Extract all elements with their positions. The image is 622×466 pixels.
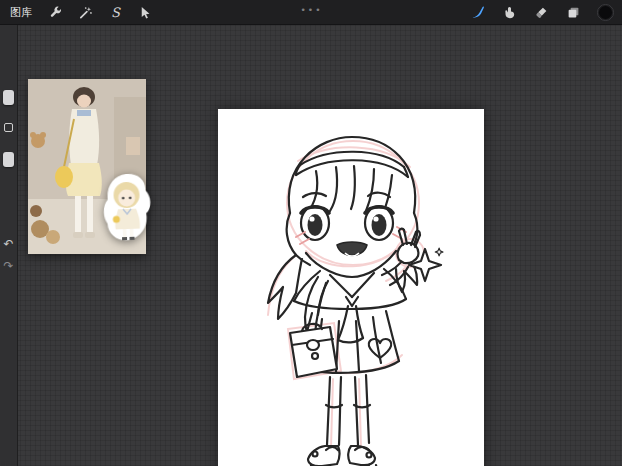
eraser-icon (534, 5, 549, 20)
topbar-left-tools: 图库 S (0, 4, 154, 21)
window-handle[interactable]: ••• (301, 6, 323, 15)
gallery-button[interactable]: 图库 (8, 5, 34, 20)
paint-button[interactable] (469, 4, 486, 21)
smudge-finger-icon (502, 5, 517, 20)
layers-icon (566, 5, 581, 20)
wrench-icon (48, 5, 63, 20)
smudge-button[interactable] (501, 4, 518, 21)
topbar-right-tools (469, 4, 622, 21)
redo-button[interactable]: ↷ (0, 260, 17, 272)
modify-button[interactable] (4, 123, 13, 132)
brush-sidebar: ↶ ↷ (0, 24, 18, 466)
brush-size-slider[interactable] (3, 90, 14, 105)
paint-brush-icon (470, 4, 486, 20)
color-swatch (597, 4, 614, 21)
color-button[interactable] (597, 4, 614, 21)
selection-button[interactable]: S (107, 4, 124, 21)
procreate-app: 图库 S (0, 0, 622, 466)
magic-wand-icon (78, 5, 93, 20)
undo-button[interactable]: ↶ (0, 238, 17, 250)
erase-button[interactable] (533, 4, 550, 21)
chibi-line-art (218, 109, 484, 466)
adjustments-button[interactable] (77, 4, 94, 21)
drawing-canvas[interactable] (218, 109, 484, 466)
workspace (0, 24, 622, 466)
transform-button[interactable] (137, 4, 154, 21)
reference-sticker[interactable] (98, 170, 157, 246)
opacity-slider[interactable] (3, 152, 14, 167)
actions-button[interactable] (47, 4, 64, 21)
transform-cursor-icon (138, 5, 153, 20)
layers-button[interactable] (565, 4, 582, 21)
selection-s-icon: S (111, 6, 120, 19)
chibi-sticker-image (98, 170, 157, 246)
topbar: 图库 S (0, 0, 622, 25)
